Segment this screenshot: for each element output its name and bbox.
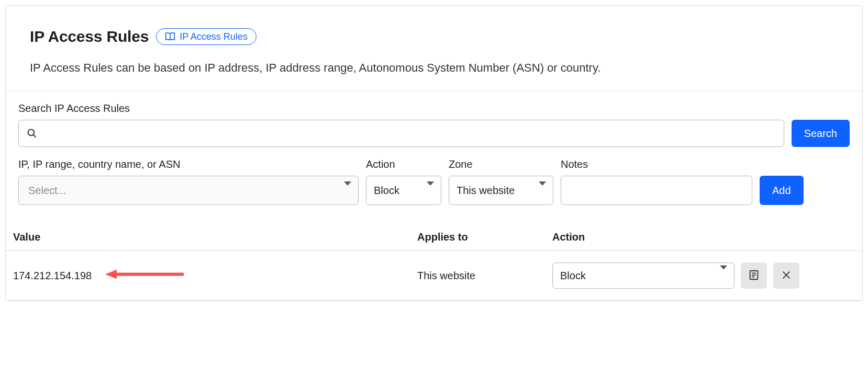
cell-action: Block: [552, 263, 855, 289]
page-description: IP Access Rules can be based on IP addre…: [30, 61, 838, 75]
ip-select-placeholder: Select...: [28, 185, 66, 197]
search-row: Search: [18, 120, 850, 147]
search-input[interactable]: [18, 120, 784, 147]
zone-field-label: Zone: [449, 158, 553, 170]
action-select[interactable]: Block: [366, 176, 441, 205]
action-select-value: Block: [374, 185, 399, 197]
notes-field-label: Notes: [561, 158, 752, 170]
delete-button[interactable]: [773, 263, 799, 289]
notes-icon: [748, 269, 760, 282]
docs-badge[interactable]: IP Access Rules: [156, 28, 257, 45]
svg-marker-9: [105, 270, 117, 279]
table-header: Value Applies to Action: [6, 210, 862, 251]
row-action-value: Block: [560, 270, 586, 282]
row-action-select[interactable]: Block: [552, 263, 735, 289]
controls-block: Search IP Access Rules Search IP, IP ran…: [6, 91, 862, 210]
zone-select[interactable]: This website: [449, 176, 553, 205]
ip-field-label: IP, IP range, country name, or ASN: [18, 158, 359, 170]
action-field-label: Action: [366, 158, 441, 170]
cell-applies: This website: [417, 270, 552, 282]
close-icon: [781, 269, 792, 282]
ip-access-rules-panel: IP Access Rules IP Access Rules IP Acces…: [5, 5, 863, 301]
cell-value: 174.212.154.198: [13, 270, 417, 282]
search-button[interactable]: Search: [792, 120, 850, 147]
svg-point-0: [28, 130, 35, 136]
page-title: IP Access Rules: [30, 28, 149, 45]
col-header-value: Value: [13, 231, 417, 243]
title-row: IP Access Rules IP Access Rules: [30, 28, 838, 45]
search-label: Search IP Access Rules: [18, 102, 850, 115]
panel-header: IP Access Rules IP Access Rules IP Acces…: [6, 6, 862, 90]
col-header-applies: Applies to: [417, 231, 552, 243]
search-input-wrap: [18, 120, 784, 147]
add-rule-row: IP, IP range, country name, or ASN Selec…: [18, 158, 850, 205]
docs-badge-label: IP Access Rules: [180, 32, 248, 41]
annotation-arrow-icon: [105, 268, 184, 283]
add-button[interactable]: Add: [760, 176, 804, 205]
ip-select[interactable]: Select...: [18, 176, 359, 205]
svg-line-1: [34, 135, 36, 138]
book-icon: [165, 32, 175, 41]
col-header-action: Action: [552, 231, 855, 243]
table-row: 174.212.154.198 This website Block: [6, 251, 862, 301]
notes-input[interactable]: [561, 176, 752, 205]
zone-select-value: This website: [457, 185, 515, 197]
edit-notes-button[interactable]: [741, 263, 767, 289]
